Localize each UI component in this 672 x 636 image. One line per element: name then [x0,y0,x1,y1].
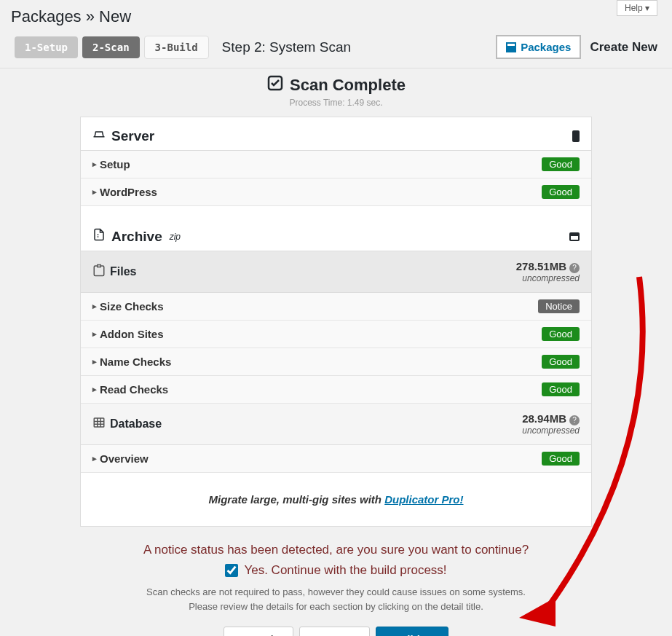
check-icon [266,74,284,96]
hint-2: Please review the details for each secti… [80,600,592,614]
help-button[interactable]: Help ▾ [617,0,657,16]
scan-complete-header: Scan Complete Process Time: 1.49 sec. [0,74,672,108]
breadcrumb: Packages » New [11,7,661,26]
rescan-button[interactable]: Rescan [299,627,370,636]
caret-icon: ▸ [92,302,97,311]
back-label: Back [252,633,276,636]
caret-icon: ▸ [92,329,97,339]
scan-card: Server ▸Setup Good ▸WordPress Good Archi… [80,117,592,527]
database-subheader: Database 28.94MB? uncompressed [81,404,591,445]
files-title: Files [110,265,136,278]
build-label: Build [392,633,420,636]
confirm-label: Yes. Continue with the build process! [244,563,446,578]
row-setup[interactable]: ▸Setup Good [81,151,591,178]
duplicator-pro-link[interactable]: Duplicator Pro! [384,493,463,506]
wizard-bar: 1-Setup 2-Scan 3-Build Step 2: System Sc… [0,26,672,68]
server-section-header: Server [81,117,591,151]
migrate-message: Migrate large, multi-gig sites with Dupl… [81,473,591,526]
row-addon-sites[interactable]: ▸Addon Sites Good [81,321,591,348]
database-icon [92,416,106,432]
packages-label: Packages [521,41,571,53]
hint-1: Scan checks are not required to pass, ho… [80,585,592,600]
process-time: Process Time: 1.49 sec. [0,98,672,108]
help-icon[interactable]: ? [569,263,580,273]
files-size: 278.51MB [516,260,566,272]
database-size: 28.94MB [522,412,566,425]
notice-area: A notice status has been detected, are y… [80,543,592,613]
migrate-text: Migrate large, multi-gig sites with [208,493,384,506]
badge-addon-sites: Good [542,327,580,341]
wizard-step-1[interactable]: 1-Setup [15,36,78,58]
caret-icon: ▸ [92,454,97,463]
step-title: Step 2: System Scan [222,39,497,55]
database-size-label: uncompressed [522,425,580,436]
wizard-step-2[interactable]: 2-Scan [82,36,140,58]
row-name-checks[interactable]: ▸Name Checks Good [81,348,591,376]
row-wordpress[interactable]: ▸WordPress Good [81,178,591,206]
create-new-link[interactable]: Create New [590,40,657,55]
files-subheader: Files 278.51MB? uncompressed [81,251,591,293]
archive-icon [92,228,106,245]
confirm-checkbox[interactable] [225,564,238,577]
back-button[interactable]: ◀ Back [224,627,293,636]
database-title: Database [110,417,162,431]
scan-title: Scan Complete [290,76,406,95]
badge-name-checks: Good [542,355,580,369]
button-row: ◀ Back Rescan Build ▶ [0,627,672,636]
overview-label: Overview [100,452,149,465]
archive-suffix: zip [170,232,181,242]
wizard-step-3[interactable]: 3-Build [144,36,209,59]
badge-overview: Good [542,452,580,466]
window-icon [569,232,580,241]
svg-rect-1 [94,418,104,427]
badge-setup: Good [542,157,580,171]
row-overview[interactable]: ▸Overview Good [81,445,591,473]
build-button[interactable]: Build ▶ [376,627,448,636]
name-checks-label: Name Checks [100,356,171,368]
packages-button[interactable]: Packages [496,35,581,59]
badge-size-checks: Notice [538,299,580,313]
archive-title: Archive [111,229,162,245]
server-status-icon [572,130,580,142]
row-size-checks[interactable]: ▸Size Checks Notice [81,293,591,321]
wordpress-label: WordPress [100,186,157,198]
caret-icon: ▸ [92,187,97,197]
files-icon [92,264,106,280]
archive-section-header: Archive zip [81,218,591,251]
help-icon[interactable]: ? [569,415,580,425]
addon-sites-label: Addon Sites [100,328,164,340]
files-size-label: uncompressed [522,273,580,283]
setup-label: Setup [100,158,130,170]
caret-icon: ▸ [92,385,97,394]
confirm-row[interactable]: Yes. Continue with the build process! [80,563,592,578]
caret-icon: ▸ [92,160,97,169]
notice-text: A notice status has been detected, are y… [80,543,592,557]
caret-icon: ▸ [92,357,97,366]
read-checks-label: Read Checks [100,383,168,396]
row-read-checks[interactable]: ▸Read Checks Good [81,376,591,404]
badge-read-checks: Good [542,382,580,396]
size-checks-label: Size Checks [100,300,164,313]
badge-wordpress: Good [542,185,580,199]
server-title: Server [111,128,154,144]
help-label: Help [625,3,643,13]
packages-icon [506,42,516,52]
server-icon [92,127,106,144]
